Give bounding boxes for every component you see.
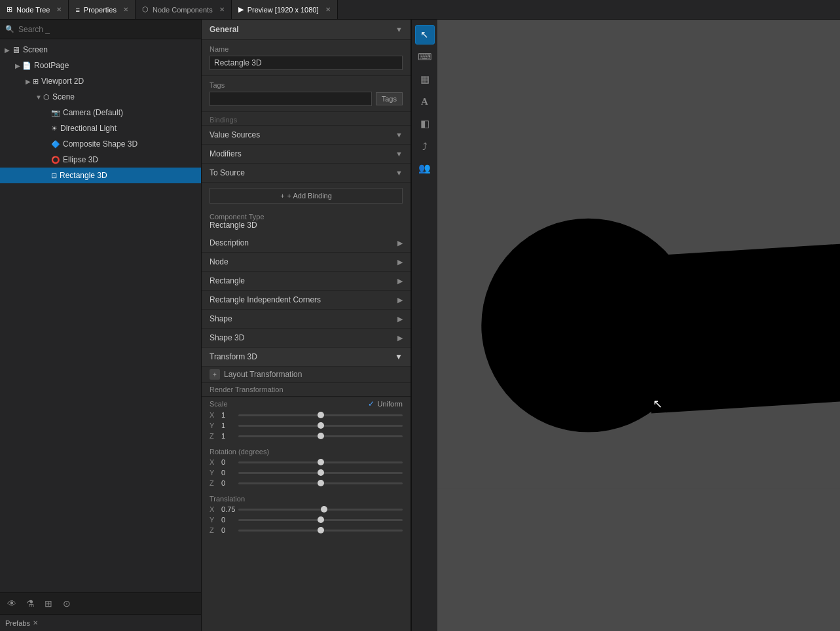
rotation-z-slider[interactable] [238, 482, 403, 484]
grid-btn[interactable]: ⊞ [41, 596, 56, 611]
shape-3d-arrow: ▶ [397, 334, 403, 342]
rectangle-independent-corners-row[interactable]: Rectangle Independent Corners ▶ [202, 291, 411, 310]
tree-label-ellipse-3d: Ellipse 3D [63, 155, 98, 164]
tree-item-viewport2d[interactable]: ▶ ⊞ Viewport 2D [0, 73, 201, 89]
description-row[interactable]: Description ▶ [202, 234, 411, 253]
node-row[interactable]: Node ▶ [202, 253, 411, 272]
directional-light-icon: ☀ [51, 124, 58, 133]
uniform-checkmark: ✓ [368, 399, 374, 408]
scale-z-val: 1 [221, 432, 234, 440]
component-type-value: Rectangle 3D [210, 221, 403, 230]
tab-node-tree-close[interactable]: ✕ [56, 6, 62, 13]
rotation-label: Rotation (degrees) [202, 444, 411, 457]
tree-item-rectangle-3d[interactable]: ⊡ Rectangle 3D [0, 168, 201, 183]
tab-node-components-label: Node Components [153, 6, 213, 14]
settings-btn[interactable]: ⊙ [59, 596, 75, 611]
prefabs-tab[interactable]: Prefabs ✕ [5, 619, 38, 627]
svg-marker-2 [645, 243, 840, 413]
tree-item-camera[interactable]: 📷 Camera (Default) [0, 105, 201, 120]
tab-node-components-close[interactable]: ✕ [219, 6, 225, 13]
tree-item-composite-shape-3d[interactable]: 🔷 Composite Shape 3D [0, 136, 201, 152]
tree-item-directional-light[interactable]: ☀ Directional Light [0, 120, 201, 136]
tags-btn[interactable]: Tags [376, 92, 403, 105]
name-input[interactable] [210, 56, 403, 70]
tree-item-scene[interactable]: ▼ ⬡ Scene [0, 89, 201, 105]
tab-preview-close[interactable]: ✕ [325, 6, 331, 13]
users-tool-btn[interactable]: 👥 [415, 158, 435, 178]
tree-arrow-screen: ▶ [3, 46, 12, 54]
tree-arrow-rootpage: ▶ [13, 62, 22, 69]
to-source-arrow: ▼ [395, 169, 403, 177]
general-section-header[interactable]: General ▼ [202, 20, 411, 40]
value-sources-row[interactable]: Value Sources ▼ [202, 126, 411, 145]
properties-icon: ≡ [75, 6, 79, 14]
layers-tool-btn[interactable]: ◧ [415, 114, 435, 134]
translation-y-slider[interactable] [238, 519, 403, 521]
filter-btn[interactable]: ⚗ [22, 596, 38, 611]
scale-y-label: Y [210, 422, 217, 429]
screen-icon: 🖥 [12, 45, 20, 55]
to-source-row[interactable]: To Source ▼ [202, 164, 411, 183]
tree-arrow-viewport2d: ▶ [24, 78, 33, 85]
layout-transformation-btn[interactable]: + [210, 369, 220, 380]
rootpage-icon: 📄 [22, 62, 31, 70]
transform3d-header[interactable]: Transform 3D ▼ [202, 348, 411, 367]
keyboard-tool-btn[interactable]: ⌨ [415, 47, 435, 67]
scale-x-val: 1 [221, 411, 234, 419]
table-tool-btn[interactable]: ▦ [415, 69, 435, 89]
scale-y-slider[interactable] [238, 425, 403, 427]
translation-label: Translation [202, 491, 411, 504]
scale-x-slider[interactable] [238, 414, 403, 416]
scale-z-slider[interactable] [238, 435, 403, 437]
tree-item-screen[interactable]: ▶ 🖥 Screen [0, 42, 201, 58]
modifiers-row[interactable]: Modifiers ▼ [202, 145, 411, 164]
translation-x-thumb [321, 506, 327, 513]
tree-label-composite-shape-3d: Composite Shape 3D [63, 139, 137, 149]
scale-y-row: Y 1 [202, 420, 411, 431]
prefabs-label: Prefabs [5, 619, 30, 627]
uniform-check[interactable]: ✓ Uniform [368, 399, 403, 408]
cursor-tool-btn[interactable]: ↖ [415, 25, 435, 45]
rectangle-row[interactable]: Rectangle ▶ [202, 272, 411, 291]
tags-group: Tags Tags [202, 76, 411, 112]
scale-y-thumb [318, 422, 324, 429]
rotation-z-label: Z [210, 479, 217, 487]
translation-x-slider[interactable] [238, 509, 403, 511]
tree-item-ellipse-3d[interactable]: ⭕ Ellipse 3D [0, 152, 201, 168]
tags-input[interactable] [210, 92, 372, 106]
prefabs-close[interactable]: ✕ [33, 619, 38, 626]
bindings-label: Bindings [202, 112, 411, 126]
rectangle-arrow: ▶ [397, 277, 403, 285]
component-type-group: Component Type Rectangle 3D [202, 209, 411, 234]
search-input[interactable] [18, 25, 196, 34]
middle-panel: General ▼ Name Tags Tags Bindings [202, 20, 411, 631]
tab-node-tree[interactable]: ⊞ Node Tree ✕ [0, 0, 69, 19]
rotation-x-slider[interactable] [238, 461, 403, 463]
tab-properties-close[interactable]: ✕ [123, 6, 128, 13]
share-tool-btn[interactable]: ⤴ [415, 136, 435, 156]
rectangle-3d-icon: ⊡ [51, 171, 57, 180]
translation-z-slider[interactable] [238, 530, 403, 532]
tab-node-components[interactable]: ⬡ Node Components ✕ [136, 0, 232, 19]
tab-preview[interactable]: ▶ Preview [1920 x 1080] ✕ [232, 0, 338, 19]
preview-icon: ▶ [238, 5, 244, 14]
tree-item-rootpage[interactable]: ▶ 📄 RootPage [0, 58, 201, 73]
left-panel-toolbar: 👁 ⚗ ⊞ ⊙ [0, 592, 201, 614]
shape-3d-row[interactable]: Shape 3D ▶ [202, 329, 411, 348]
tags-label: Tags [210, 81, 403, 89]
rotation-y-slider[interactable] [238, 472, 403, 474]
right-panel: ↖ ⌨ ▦ A ◧ ⤴ 👥 ↖ [411, 20, 840, 631]
scale-z-row: Z 1 [202, 431, 411, 441]
tab-properties[interactable]: ≡ Properties ✕ [69, 0, 136, 19]
visibility-toggle-btn[interactable]: 👁 [4, 596, 20, 611]
rotation-y-thumb [318, 469, 324, 476]
general-label: General [210, 25, 239, 34]
translation-x-row: X 0.75 [202, 504, 411, 514]
shape-row[interactable]: Shape ▶ [202, 310, 411, 329]
general-chevron: ▼ [395, 26, 403, 33]
tree-label-rootpage: RootPage [34, 61, 69, 70]
translation-z-label: Z [210, 526, 217, 534]
properties-scroll[interactable]: General ▼ Name Tags Tags Bindings [202, 20, 411, 631]
text-tool-btn[interactable]: A [415, 92, 435, 111]
add-binding-btn[interactable]: + + Add Binding [210, 188, 403, 204]
